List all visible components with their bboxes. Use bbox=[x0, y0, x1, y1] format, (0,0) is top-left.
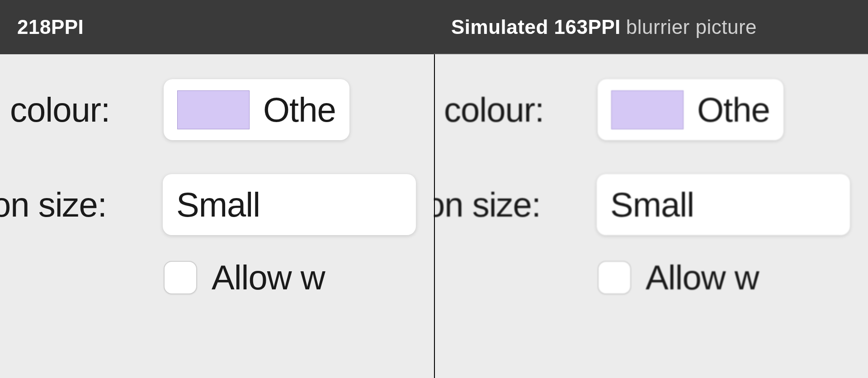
allow-checkbox[interactable] bbox=[598, 261, 631, 294]
header-right-section: Simulated 163PPI blurrier picture bbox=[434, 0, 868, 54]
allow-checkbox[interactable] bbox=[164, 261, 197, 294]
allow-label: Allow w bbox=[646, 258, 759, 297]
colour-swatch bbox=[177, 90, 250, 129]
colour-label: colour: bbox=[444, 90, 589, 129]
colour-label: colour: bbox=[10, 90, 155, 129]
header-left-section: 218PPI bbox=[0, 0, 434, 54]
size-value: Small bbox=[610, 185, 694, 224]
panel-sharp: colour: Othe on size: Small Allow w bbox=[0, 54, 434, 378]
comparison-header: 218PPI Simulated 163PPI blurrier picture bbox=[0, 0, 868, 54]
colour-swatch bbox=[611, 90, 684, 129]
size-dropdown[interactable]: Small bbox=[597, 174, 850, 235]
size-label: on size: bbox=[0, 185, 150, 224]
form-row-size: on size: Small bbox=[0, 174, 434, 235]
colour-dropdown[interactable]: Othe bbox=[164, 79, 349, 140]
form-row-size: on size: Small bbox=[434, 174, 868, 235]
form-row-colour: colour: Othe bbox=[434, 79, 868, 140]
colour-dropdown[interactable]: Othe bbox=[598, 79, 783, 140]
colour-value: Othe bbox=[263, 90, 336, 129]
form-row-colour: colour: Othe bbox=[0, 79, 434, 140]
vertical-divider bbox=[434, 54, 435, 378]
size-value: Small bbox=[176, 185, 260, 224]
form-row-allow: Allow w bbox=[0, 258, 434, 297]
form-row-allow: Allow w bbox=[434, 258, 868, 297]
panel-blurry: colour: Othe on size: Small Allow w bbox=[434, 54, 868, 378]
size-dropdown[interactable]: Small bbox=[163, 174, 416, 235]
right-ppi-sublabel: blurrier picture bbox=[626, 16, 757, 38]
allow-label: Allow w bbox=[212, 258, 325, 297]
left-ppi-label: 218PPI bbox=[17, 16, 84, 38]
right-ppi-label: Simulated 163PPI bbox=[451, 16, 621, 38]
colour-value: Othe bbox=[697, 90, 770, 129]
size-label: on size: bbox=[434, 185, 584, 224]
